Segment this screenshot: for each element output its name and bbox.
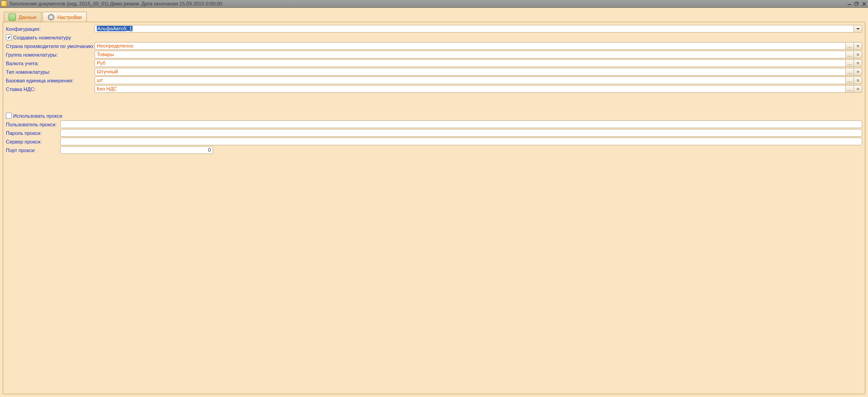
window-titlebar: Заполнение документов (ред. 2015_09_01) … — [0, 0, 868, 8]
window-title: Заполнение документов (ред. 2015_09_01) … — [9, 0, 222, 7]
row-use-proxy: Использовать прокси — [6, 112, 862, 120]
label-currency: Валюта учета: — [6, 61, 95, 66]
config-input[interactable]: АльфаАвто5_1 — [95, 25, 854, 33]
unit-select-button[interactable] — [846, 77, 854, 84]
field-vat[interactable]: Без НДС — [95, 85, 862, 93]
field-country[interactable]: Неопределенно — [95, 42, 862, 50]
settings-panel: Конфигурация: АльфаАвто5_1 ✔ Создавать н… — [3, 22, 865, 394]
group-clear-button[interactable] — [854, 51, 862, 58]
label-type: Тип номенклатуры: — [6, 69, 95, 75]
field-type[interactable]: Штучный — [95, 68, 862, 76]
app-icon — [1, 0, 7, 7]
tabstrip: Данные Настройки — [0, 8, 868, 22]
type-select-button[interactable] — [846, 68, 854, 76]
field-config[interactable]: АльфаАвто5_1 — [95, 25, 862, 33]
row-config: Конфигурация: АльфаАвто5_1 — [6, 25, 862, 33]
field-currency[interactable]: Руб — [95, 59, 862, 67]
vat-select-button[interactable] — [846, 85, 854, 93]
svg-line-14 — [48, 19, 49, 20]
unit-clear-button[interactable] — [854, 77, 862, 84]
tab-settings-label: Настройки — [57, 14, 82, 20]
group-input[interactable]: Товары — [95, 51, 846, 58]
config-value: АльфаАвто5_1 — [97, 26, 133, 31]
label-config: Конфигурация: — [6, 26, 95, 32]
label-vat: Ставка НДС: — [6, 86, 95, 92]
label-unit: Базовая единица измерения: — [6, 78, 95, 83]
label-proxy-pass: Пароль прокси: — [6, 130, 60, 136]
row-vat: Ставка НДС: Без НДС — [6, 85, 862, 93]
main-panel: Данные Настройки Конфигурац — [0, 8, 868, 397]
field-proxy-port[interactable]: 0 — [60, 146, 213, 154]
label-proxy-port: Порт прокси: — [6, 148, 60, 153]
gear-icon — [47, 14, 55, 21]
svg-point-6 — [50, 16, 52, 18]
svg-line-13 — [52, 15, 53, 16]
proxy-server-input[interactable] — [60, 138, 862, 145]
proxy-port-input[interactable]: 0 — [60, 146, 213, 154]
data-icon — [9, 14, 16, 21]
config-dropdown-button[interactable] — [854, 25, 862, 33]
currency-select-button[interactable] — [846, 59, 854, 67]
row-proxy-server: Сервер прокси: — [6, 138, 862, 145]
svg-line-12 — [52, 19, 53, 20]
field-group[interactable]: Товары — [95, 51, 862, 58]
vat-input[interactable]: Без НДС — [95, 85, 846, 93]
row-unit: Базовая единица измерения: шт — [6, 77, 862, 84]
type-clear-button[interactable] — [854, 68, 862, 76]
country-select-button[interactable] — [846, 42, 854, 50]
use-proxy-checkbox-wrap[interactable]: Использовать прокси — [6, 113, 62, 119]
row-proxy-port: Порт прокси: 0 — [6, 146, 862, 154]
close-button[interactable] — [861, 1, 867, 6]
field-proxy-server[interactable] — [60, 138, 862, 145]
type-input[interactable]: Штучный — [95, 68, 846, 76]
use-proxy-checkbox[interactable] — [6, 113, 12, 119]
row-proxy-user: Пользователь прокси: — [6, 120, 862, 128]
label-group: Группа номенклатуры: — [6, 52, 95, 57]
create-nomen-label: Создавать номенклатуру — [13, 35, 71, 40]
proxy-user-input[interactable] — [60, 120, 862, 128]
row-country: Страна производителя по умолчанию: Неопр… — [6, 42, 862, 50]
label-proxy-server: Сервер прокси: — [6, 139, 60, 144]
minimize-button[interactable] — [846, 1, 853, 6]
field-proxy-pass[interactable] — [60, 129, 862, 137]
svg-line-11 — [48, 15, 49, 16]
country-clear-button[interactable] — [854, 42, 862, 50]
label-country: Страна производителя по умолчанию: — [6, 43, 95, 49]
row-group: Группа номенклатуры: Товары — [6, 51, 862, 58]
svg-rect-2 — [855, 3, 858, 5]
field-unit[interactable]: шт — [95, 77, 862, 84]
create-nomen-checkbox[interactable]: ✔ — [6, 34, 12, 40]
create-nomen-checkbox-wrap[interactable]: ✔ Создавать номенклатуру — [6, 34, 71, 40]
row-create-nomen: ✔ Создавать номенклатуру — [6, 33, 862, 41]
vat-clear-button[interactable] — [854, 85, 862, 93]
tab-data-label: Данные — [19, 14, 37, 20]
proxy-pass-input[interactable] — [60, 129, 862, 137]
row-proxy-pass: Пароль прокси: — [6, 129, 862, 137]
group-select-button[interactable] — [846, 51, 854, 58]
use-proxy-label: Использовать прокси — [13, 113, 62, 119]
restore-button[interactable] — [854, 1, 860, 6]
label-proxy-user: Пользователь прокси: — [6, 122, 60, 127]
row-type: Тип номенклатуры: Штучный — [6, 68, 862, 76]
country-input[interactable]: Неопределенно — [95, 42, 846, 50]
currency-input[interactable]: Руб — [95, 59, 846, 67]
tab-settings[interactable]: Настройки — [43, 12, 87, 22]
field-proxy-user[interactable] — [60, 120, 862, 128]
unit-input[interactable]: шт — [95, 77, 846, 84]
currency-clear-button[interactable] — [854, 59, 862, 67]
window-buttons — [846, 1, 867, 6]
tab-data[interactable]: Данные — [4, 12, 42, 22]
row-currency: Валюта учета: Руб — [6, 59, 862, 67]
